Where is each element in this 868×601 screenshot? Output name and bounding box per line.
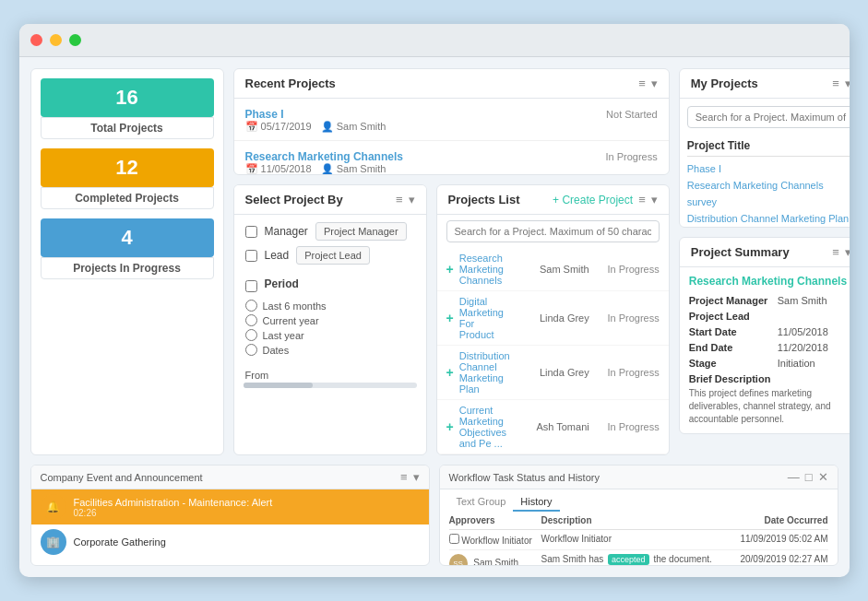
wf-desc-0: Workflow Initiator [541, 534, 727, 544]
wf-date-1: 20/09/2019 02:27 AM [727, 554, 828, 564]
workflow-table-header: Approvers Description Date Occurred [449, 512, 828, 530]
filter-section: Manager Project Manager Lead Project Lea… [234, 215, 426, 277]
manager-filter-item: Manager Project Manager [245, 222, 415, 241]
recent-projects-panel: Recent Projects ≡ ▾ Phase I Not Started [233, 68, 670, 175]
announcement-main-text-0: Facilities Administration - Maintenance:… [74, 497, 273, 508]
project-manager-button[interactable]: Project Manager [315, 222, 407, 241]
announcement-item-0[interactable]: 🔔 Facilities Administration - Maintenanc… [31, 489, 429, 524]
workflow-expand[interactable]: □ [805, 470, 813, 484]
close-button[interactable] [30, 34, 42, 46]
list-status-0: In Progress [595, 264, 660, 275]
calendar-icon-0: 📅 05/17/2019 [245, 121, 312, 133]
from-label: From [234, 366, 426, 381]
project-title-0[interactable]: Phase I [245, 108, 284, 121]
recent-projects-title: Recent Projects [245, 77, 336, 90]
workflow-close[interactable]: ✕ [818, 470, 828, 484]
summary-manager-val: Sam Smith [778, 295, 827, 306]
my-project-link-3[interactable]: Distribution Channel Marketing Plan [687, 210, 850, 227]
radio-current-item: Current year [245, 314, 415, 326]
create-project-button[interactable]: + Create Project [553, 194, 633, 206]
list-project-name-3[interactable]: Current Marketing Objectives and Pe ... [459, 405, 510, 449]
list-project-name-1[interactable]: Digital Marketing For Product [459, 296, 510, 340]
right-column: My Projects ≡ ▾ Project Title Phase I Re… [679, 68, 850, 455]
list-person-1: Linda Grey [516, 312, 589, 324]
plus-icon-0: + [446, 262, 454, 277]
radio-last[interactable] [245, 329, 257, 341]
total-projects-label: Total Projects [41, 117, 214, 139]
in-progress-number: 4 [41, 218, 214, 257]
list-project-name-0[interactable]: Research Marketing Channels [459, 253, 510, 286]
select-project-panel: Select Project By ≡ ▾ Manager Project Ma… [233, 184, 427, 455]
my-project-link-0[interactable]: Phase I [687, 160, 850, 177]
title-bar [19, 24, 850, 57]
list-status-3: In Progress [595, 421, 660, 432]
my-project-link-1[interactable]: Research Marketing Channels [687, 177, 850, 194]
my-projects-dropdown[interactable]: ▾ [845, 77, 850, 90]
radio-last6[interactable] [245, 300, 257, 312]
tab-history[interactable]: History [513, 493, 559, 512]
maximize-button[interactable] [69, 34, 81, 46]
list-person-2: Linda Grey [516, 367, 589, 378]
radio-current[interactable] [245, 314, 257, 326]
project-summary-title: Project Summary [691, 245, 790, 259]
announcement-main-text-1: Corporate Gathering [74, 536, 166, 548]
my-project-link-2[interactable]: survey [687, 194, 850, 210]
announcement-text-0: Facilities Administration - Maintenance:… [74, 497, 273, 518]
tab-text-group[interactable]: Text Group [449, 493, 514, 512]
workflow-panel: Workflow Task Status and History — □ ✕ T… [439, 465, 838, 566]
project-title-1[interactable]: Research Marketing Channels [245, 150, 403, 163]
list-item-1: + Digital Marketing For Product Linda Gr… [437, 291, 669, 346]
wf-header-desc: Description [541, 515, 727, 525]
list-item-0: + Research Marketing Channels Sam Smith … [437, 248, 669, 291]
lead-filter-item: Lead Project Lead [245, 246, 415, 265]
project-info-0: 📅 05/17/2019 👤 Sam Smith [245, 121, 658, 133]
project-status-1: In Progress [605, 151, 657, 162]
wf-checkbox-0[interactable] [449, 534, 459, 544]
radio-last6-label: Last 6 months [263, 300, 327, 312]
project-lead-button[interactable]: Project Lead [296, 246, 370, 265]
lead-filter-label: Lead [265, 249, 290, 262]
announce-dropdown[interactable]: ▾ [413, 470, 420, 484]
wf-desc-1: Sam Smith has accepted the document. [541, 554, 727, 564]
owner-1: 👤 Sam Smith [321, 163, 386, 175]
minimize-button[interactable] [50, 34, 62, 46]
summary-stage-label: Stage [689, 358, 772, 369]
announce-list-icon[interactable]: ≡ [400, 470, 408, 484]
wf-header-date: Date Occurred [727, 515, 828, 525]
radio-dates[interactable] [245, 344, 257, 356]
project-summary-header: Project Summary ≡ ▾ [680, 238, 850, 267]
my-projects-search[interactable] [687, 106, 850, 128]
projects-list-dropdown[interactable]: ▾ [651, 193, 658, 206]
select-project-title: Select Project By [245, 193, 343, 206]
my-projects-list-icon[interactable]: ≡ [832, 77, 839, 90]
summary-dropdown[interactable]: ▾ [845, 245, 850, 259]
main-window: 16 Total Projects 12 Completed Projects … [19, 24, 850, 577]
manager-filter-label: Manager [265, 225, 308, 238]
list-icon[interactable]: ≡ [638, 77, 646, 90]
radio-last-item: Last year [245, 329, 415, 341]
second-row: Select Project By ≡ ▾ Manager Project Ma… [233, 184, 670, 455]
select-dropdown-icon[interactable]: ▾ [409, 193, 415, 206]
projects-list-search[interactable] [446, 220, 660, 242]
lead-checkbox[interactable] [245, 250, 257, 262]
period-checkbox[interactable] [245, 280, 257, 292]
workflow-minimize[interactable]: — [788, 470, 800, 484]
completed-projects-number: 12 [41, 148, 214, 187]
dropdown-icon[interactable]: ▾ [651, 77, 658, 90]
workflow-header: Workflow Task Status and History — □ ✕ [440, 465, 838, 489]
summary-manager-label: Project Manager [689, 295, 772, 306]
workflow-table: Approvers Description Date Occurred Work… [440, 512, 838, 566]
announcement-item-1[interactable]: 🏢 Corporate Gathering [31, 524, 429, 560]
summary-list-icon[interactable]: ≡ [832, 245, 839, 259]
summary-brief-text: This project defines marketing deliverab… [689, 387, 850, 426]
my-projects-panel: My Projects ≡ ▾ Project Title Phase I Re… [679, 68, 850, 228]
total-projects-card: 16 Total Projects [41, 78, 214, 139]
select-list-icon[interactable]: ≡ [396, 193, 403, 206]
manager-checkbox[interactable] [245, 226, 257, 238]
radio-last-label: Last year [263, 330, 304, 341]
list-project-name-2[interactable]: Distribution Channel Marketing Plan [459, 350, 510, 395]
summary-content: Research Marketing Channels Project Mana… [680, 267, 850, 433]
workflow-title: Workflow Task Status and History [449, 472, 600, 483]
projects-list-icon[interactable]: ≡ [638, 193, 646, 206]
project-summary-panel: Project Summary ≡ ▾ Research Marketing C… [679, 237, 850, 434]
